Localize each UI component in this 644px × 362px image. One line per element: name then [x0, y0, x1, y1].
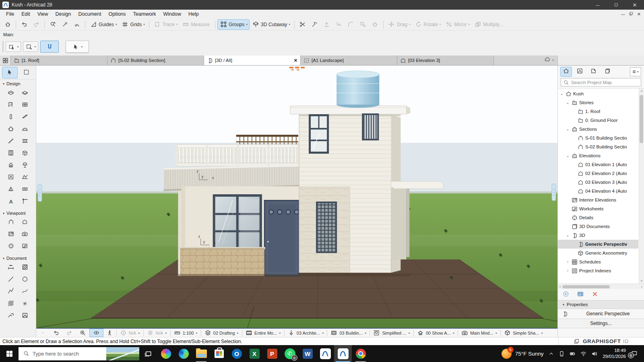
- tree-expander-icon[interactable]: ⌄: [566, 154, 570, 158]
- toolbar-item[interactable]: ▾: [2, 20, 13, 29]
- select-tool-button[interactable]: [19, 67, 34, 78]
- toolbar-item[interactable]: Rotate ▾: [413, 20, 442, 29]
- document-tool-button[interactable]: [6, 287, 16, 296]
- toolbar-drag-handle[interactable]: [3, 41, 3, 52]
- tree-expander-icon[interactable]: ⌄: [566, 233, 570, 237]
- quick-option[interactable]: ▸: [50, 329, 63, 337]
- design-tool-button[interactable]: [6, 137, 16, 146]
- viewpoint-tool-button[interactable]: [20, 242, 30, 251]
- tree-item[interactable]: ⌄ Stories: [558, 98, 638, 107]
- toolbar-item[interactable]: ▾: [333, 20, 345, 29]
- quick-option[interactable]: 00 Show A... ▸: [414, 329, 458, 337]
- toolbar-item[interactable]: ▾: [85, 21, 85, 29]
- toolbar-item[interactable]: Groups ▾: [218, 20, 249, 29]
- weather-widget[interactable]: 5 75°F Sunny: [502, 349, 544, 359]
- design-tool-button[interactable]: [20, 173, 30, 182]
- tree-item[interactable]: 03 Elevation 3 (Auto: [558, 178, 638, 187]
- quick-option[interactable]: N/A ▸: [144, 329, 170, 337]
- taskbar-app[interactable]: [334, 345, 352, 362]
- navigator-map-button[interactable]: [602, 67, 613, 76]
- quick-option[interactable]: ▸: [63, 329, 76, 337]
- design-tool-button[interactable]: [6, 185, 16, 194]
- taskbar-app[interactable]: [157, 345, 175, 362]
- tree-item[interactable]: S-02 Building Sectio: [558, 142, 638, 151]
- viewpoint-tool-button[interactable]: [6, 230, 16, 239]
- navigator-map-button[interactable]: [561, 67, 572, 76]
- taskbar-app[interactable]: [316, 345, 334, 362]
- taskbar-app[interactable]: [192, 345, 210, 362]
- tree-item[interactable]: 02 Elevation 2 (Auto: [558, 169, 638, 178]
- design-tool-button[interactable]: [20, 149, 30, 158]
- menu-item[interactable]: Options: [105, 11, 129, 17]
- tray-icon[interactable]: [549, 351, 554, 356]
- document-tool-button[interactable]: ✳: [20, 299, 30, 308]
- toolbox-section-viewpoint[interactable]: ▾Viewpoint: [0, 209, 36, 217]
- design-tool-button[interactable]: [6, 173, 16, 182]
- main-tool-button[interactable]: ▸: [66, 41, 89, 53]
- tree-item[interactable]: Generic Axonometry: [558, 249, 638, 257]
- tab-overview-icon[interactable]: [0, 56, 11, 65]
- toolbar-item[interactable]: ▾: [294, 21, 295, 29]
- navigator-menu-button[interactable]: ≡▸: [630, 67, 641, 76]
- tree-horizontal-scrollbar[interactable]: ‹ ›: [558, 284, 644, 289]
- tree-item[interactable]: ⌄ Elevations: [558, 151, 638, 160]
- taskbar-app[interactable]: W: [299, 345, 316, 362]
- tree-item[interactable]: S-01 Building Sectio: [558, 134, 638, 142]
- quick-option[interactable]: 03 Archite... ▸: [285, 329, 327, 337]
- window-control-button[interactable]: ✕: [625, 0, 644, 10]
- design-tool-button[interactable]: [6, 161, 16, 170]
- tree-item[interactable]: › Project Indexes: [558, 266, 638, 275]
- quick-option[interactable]: 02 Drafting ▸: [201, 329, 242, 337]
- tree-expander-icon[interactable]: ⌄: [566, 127, 570, 131]
- quick-option[interactable]: 1:100 ▸: [171, 329, 201, 337]
- toolbar-item[interactable]: ▾: [369, 20, 381, 29]
- toolbar-item[interactable]: ▾: [309, 20, 320, 29]
- design-tool-button[interactable]: [20, 113, 30, 121]
- taskbar-app[interactable]: [210, 345, 228, 362]
- design-tool-button[interactable]: [20, 125, 30, 134]
- tree-item[interactable]: ⌄ Kush: [558, 89, 638, 98]
- design-tool-button[interactable]: [20, 88, 30, 97]
- quick-option[interactable]: N/A ▸: [117, 329, 143, 337]
- quick-option[interactable]: 03 Buildin... ▸: [327, 329, 369, 337]
- menu-item[interactable]: Window: [160, 11, 185, 17]
- main-tool-button[interactable]: ▸: [23, 41, 38, 52]
- quick-option[interactable]: ▸: [36, 329, 50, 337]
- quick-option[interactable]: Entire Mo... ▸: [242, 329, 284, 337]
- toolbar-item[interactable]: Guides ▾: [88, 20, 119, 29]
- toolbar-item[interactable]: Drag ▾: [386, 20, 412, 29]
- toolbar-item[interactable]: Grids ▾: [120, 20, 147, 29]
- tree-expander-icon[interactable]: ›: [566, 260, 570, 264]
- notification-center-button[interactable]: 6: [631, 350, 639, 357]
- toolbox-section-document[interactable]: ▾Document: [0, 254, 36, 262]
- tree-item[interactable]: 1. Roof: [558, 107, 638, 116]
- taskbar-app[interactable]: [175, 345, 192, 362]
- toolbar-item[interactable]: ▾: [16, 21, 16, 29]
- tree-item[interactable]: 04 Elevation 4 (Auto: [558, 187, 638, 195]
- navigator-action-button[interactable]: [592, 291, 598, 298]
- toolbar-item[interactable]: ▾: [383, 21, 384, 29]
- toolbar-item[interactable]: ▾: [47, 20, 58, 29]
- window-control-button[interactable]: ─: [588, 0, 607, 10]
- quick-option[interactable]: ▸: [90, 329, 103, 337]
- start-button[interactable]: [0, 345, 19, 362]
- viewpoint-tool-button[interactable]: [20, 218, 30, 227]
- select-tool-button[interactable]: [2, 67, 17, 78]
- viewpoint-tool-button[interactable]: [6, 218, 16, 227]
- taskbar-app[interactable]: [139, 345, 157, 362]
- tree-expander-icon[interactable]: ›: [566, 269, 570, 273]
- view-tab[interactable]: [A1 Landscape] ✕: [301, 56, 397, 65]
- toolbar-item[interactable]: ▾: [321, 20, 332, 29]
- toolbar-item[interactable]: ▾: [71, 20, 83, 29]
- tray-icon[interactable]: [580, 351, 586, 357]
- scrollbar-thumb[interactable]: [640, 95, 643, 143]
- design-tool-button[interactable]: [6, 88, 16, 97]
- menu-item[interactable]: Help: [185, 11, 202, 17]
- close-tab-icon[interactable]: ✕: [294, 58, 297, 63]
- design-tool-button[interactable]: [20, 197, 30, 206]
- document-tool-button[interactable]: [20, 263, 30, 272]
- toolbar-item[interactable]: ▾: [149, 21, 149, 29]
- quick-option[interactable]: Simplified ... ▸: [370, 329, 413, 337]
- tree-item[interactable]: ⌄ Sections: [558, 125, 638, 134]
- taskbar-clock[interactable]: 18:49 29/01/2026: [603, 348, 626, 360]
